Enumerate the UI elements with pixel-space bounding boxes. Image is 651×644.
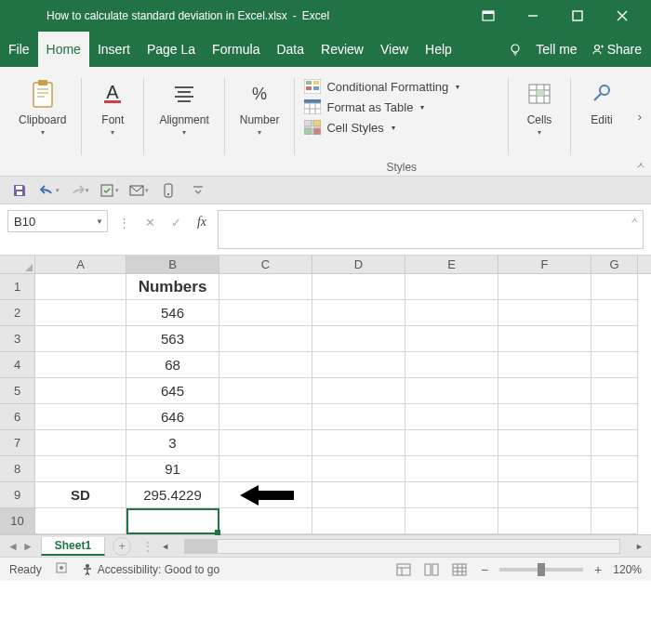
clipboard-button[interactable]: Clipboard▾: [13, 74, 72, 140]
cell[interactable]: [591, 274, 638, 300]
cell[interactable]: [219, 430, 312, 456]
spreadsheet-grid[interactable]: A B C D E F G 1Numbers 2546 3563 468 564…: [0, 256, 651, 534]
select-all-corner[interactable]: [0, 256, 35, 273]
tab-page-layout[interactable]: Page La: [139, 32, 204, 67]
cell[interactable]: [591, 326, 638, 352]
col-header-c[interactable]: C: [219, 256, 312, 273]
cell[interactable]: [219, 456, 312, 482]
hscroll-right-icon[interactable]: ►: [633, 542, 645, 551]
tab-file[interactable]: File: [0, 32, 38, 67]
name-box[interactable]: B10▼: [7, 210, 108, 232]
cell[interactable]: [35, 378, 126, 404]
cell[interactable]: [312, 300, 405, 326]
tab-scroll-left-icon[interactable]: ◄: [7, 540, 19, 553]
cell[interactable]: [591, 508, 638, 534]
cell[interactable]: [35, 430, 126, 456]
cell[interactable]: [219, 508, 312, 534]
cell[interactable]: [498, 430, 591, 456]
format-as-table-button[interactable]: Format as Table▾: [304, 99, 498, 114]
formula-bar[interactable]: ㅅ: [218, 210, 644, 249]
cell[interactable]: [591, 378, 638, 404]
cell[interactable]: [35, 326, 126, 352]
tell-me[interactable]: Tell me: [536, 42, 577, 57]
tab-home[interactable]: Home: [38, 32, 89, 67]
tab-scroll-right-icon[interactable]: ►: [22, 540, 33, 553]
cell[interactable]: 3: [126, 430, 219, 456]
cell[interactable]: [405, 430, 498, 456]
cell[interactable]: 646: [126, 404, 219, 430]
cell[interactable]: 645: [126, 378, 219, 404]
tab-review[interactable]: Review: [312, 32, 372, 67]
cell[interactable]: 563: [126, 326, 219, 352]
cell[interactable]: [591, 456, 638, 482]
cell[interactable]: [312, 274, 405, 300]
cell[interactable]: [35, 274, 126, 300]
cell[interactable]: 91: [126, 456, 219, 482]
col-header-a[interactable]: A: [35, 256, 126, 273]
ribbon-display-icon[interactable]: [467, 0, 510, 32]
col-header-d[interactable]: D: [312, 256, 405, 273]
conditional-formatting-button[interactable]: Conditional Formatting▾: [304, 79, 498, 94]
tab-help[interactable]: Help: [417, 32, 460, 67]
cell[interactable]: [498, 274, 591, 300]
cell[interactable]: [498, 482, 591, 508]
macro-record-icon[interactable]: [55, 561, 68, 577]
row-header[interactable]: 1: [0, 274, 35, 300]
cell[interactable]: [219, 378, 312, 404]
cell[interactable]: [219, 274, 312, 300]
cell[interactable]: [498, 456, 591, 482]
number-button[interactable]: % Number▾: [234, 74, 286, 140]
close-button[interactable]: [601, 0, 644, 32]
row-header[interactable]: 8: [0, 456, 35, 482]
col-header-f[interactable]: F: [498, 256, 591, 273]
cell[interactable]: [312, 404, 405, 430]
accessibility-status[interactable]: Accessibility: Good to go: [81, 563, 219, 576]
cell[interactable]: 68: [126, 352, 219, 378]
cell[interactable]: [35, 352, 126, 378]
cell[interactable]: [312, 378, 405, 404]
cell[interactable]: [219, 352, 312, 378]
cell[interactable]: [405, 300, 498, 326]
zoom-level[interactable]: 120%: [613, 563, 642, 576]
cell[interactable]: [35, 404, 126, 430]
cell[interactable]: [405, 352, 498, 378]
tab-formulas[interactable]: Formula: [204, 32, 268, 67]
cell[interactable]: [312, 326, 405, 352]
share-button[interactable]: Share: [591, 42, 642, 57]
hscroll-left-icon[interactable]: ◄: [159, 542, 171, 551]
undo-button[interactable]: ▾: [37, 179, 61, 202]
cell[interactable]: [35, 300, 126, 326]
cell[interactable]: [405, 404, 498, 430]
insert-function-button[interactable]: fx: [190, 212, 214, 232]
cell[interactable]: [591, 482, 638, 508]
cell[interactable]: [312, 508, 405, 534]
redo-button[interactable]: ▾: [67, 179, 91, 202]
editing-button[interactable]: Editi: [580, 74, 623, 130]
zoom-in-button[interactable]: +: [591, 562, 605, 577]
cell[interactable]: [405, 326, 498, 352]
new-sheet-button[interactable]: +: [113, 537, 131, 556]
touch-mode-button[interactable]: [156, 179, 180, 202]
font-button[interactable]: A Font▾: [91, 74, 134, 140]
save-button[interactable]: [7, 179, 32, 202]
autosave-button[interactable]: ▾: [97, 179, 121, 202]
cell[interactable]: [498, 404, 591, 430]
cell[interactable]: [591, 430, 638, 456]
cells-button[interactable]: Cells▾: [518, 74, 561, 140]
row-header[interactable]: 5: [0, 378, 35, 404]
expand-formula-bar-icon[interactable]: ㅅ: [631, 215, 639, 227]
lightbulb-icon[interactable]: [508, 42, 523, 57]
col-header-g[interactable]: G: [591, 256, 638, 273]
normal-view-icon[interactable]: [393, 561, 414, 578]
page-break-view-icon[interactable]: [449, 561, 470, 578]
cell[interactable]: 546: [126, 300, 219, 326]
zoom-out-button[interactable]: −: [477, 562, 492, 577]
row-header[interactable]: 3: [0, 326, 35, 352]
cell[interactable]: [126, 508, 219, 534]
cell[interactable]: [405, 456, 498, 482]
col-header-e[interactable]: E: [405, 256, 498, 273]
cell[interactable]: [498, 300, 591, 326]
fbar-options-icon[interactable]: ⋮: [112, 212, 136, 232]
cell[interactable]: 295.4229: [126, 482, 219, 508]
customize-qat-button[interactable]: [186, 179, 210, 202]
